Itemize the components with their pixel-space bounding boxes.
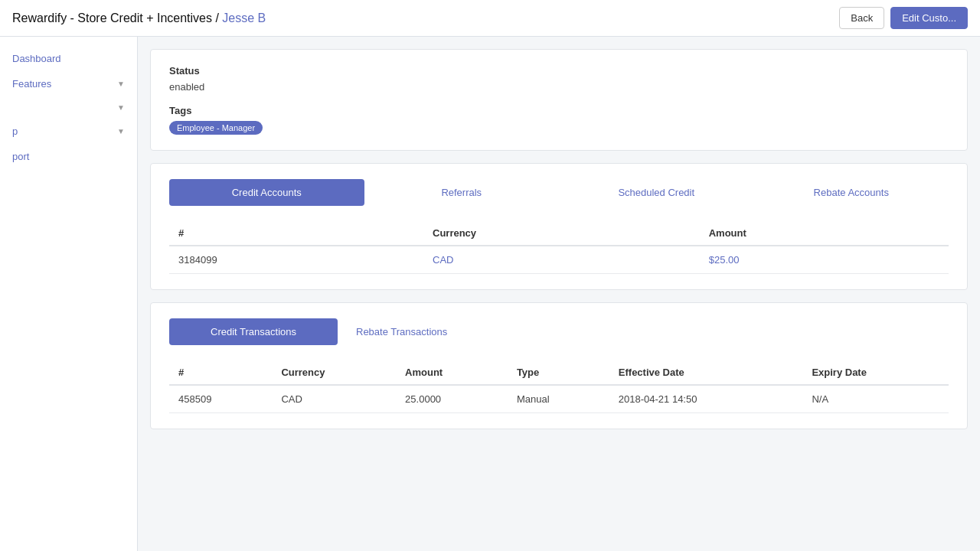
col-header-id: # xyxy=(169,221,423,246)
col-header-amount: Amount xyxy=(700,221,949,246)
credit-accounts-table-header: # Currency Amount xyxy=(169,221,949,246)
cell-type: Manual xyxy=(508,385,609,413)
table-header-row: # Currency Amount xyxy=(169,221,949,246)
edit-customer-button[interactable]: Edit Custo... xyxy=(890,7,968,29)
chevron-down-icon: ▼ xyxy=(117,127,125,135)
credit-transactions-card: Credit Transactions Rebate Transactions … xyxy=(150,302,968,429)
tab-credit-transactions[interactable]: Credit Transactions xyxy=(169,318,338,345)
sidebar-item-label: Features xyxy=(12,78,51,90)
tab-referrals[interactable]: Referrals xyxy=(364,179,560,206)
cell-effective-date: 2018-04-21 14:50 xyxy=(609,385,803,413)
sidebar-item-label: p xyxy=(12,126,18,137)
transactions-tabs: Credit Transactions Rebate Transactions xyxy=(169,318,949,345)
sidebar: Dashboard Features ▼ ▼ p ▼ port xyxy=(0,37,138,551)
col-header-currency: Currency xyxy=(423,221,700,246)
transactions-table-header: # Currency Amount Type Effective Date Ex… xyxy=(169,360,949,385)
customer-name: Jesse B xyxy=(222,11,266,24)
col-header-id: # xyxy=(169,360,272,385)
cell-amount[interactable]: $25.00 xyxy=(700,246,949,274)
tags-container: Employee - Manager xyxy=(169,121,949,135)
cell-id: 3184099 xyxy=(169,246,423,274)
layout: Dashboard Features ▼ ▼ p ▼ port Status e… xyxy=(0,37,980,551)
col-header-amount: Amount xyxy=(396,360,508,385)
page-title: Rewardify - Store Credit + Incentives / … xyxy=(12,11,266,25)
tags-label: Tags xyxy=(169,105,949,116)
sidebar-item-label: port xyxy=(12,151,29,162)
cell-expiry-date: N/A xyxy=(802,385,949,413)
transactions-table: # Currency Amount Type Effective Date Ex… xyxy=(169,360,949,413)
table-row: 458509 CAD 25.0000 Manual 2018-04-21 14:… xyxy=(169,385,949,413)
sidebar-item-port[interactable]: port xyxy=(0,144,137,169)
status-value: enabled xyxy=(169,81,949,93)
table-header-row: # Currency Amount Type Effective Date Ex… xyxy=(169,360,949,385)
credit-accounts-tabs: Credit Accounts Referrals Scheduled Cred… xyxy=(169,179,949,206)
sidebar-item-label: Dashboard xyxy=(12,53,61,64)
tab-rebate-accounts[interactable]: Rebate Accounts xyxy=(754,179,949,206)
sidebar-item-dashboard[interactable]: Dashboard xyxy=(0,46,137,71)
tab-scheduled-credit[interactable]: Scheduled Credit xyxy=(559,179,754,206)
credit-accounts-table-body: 3184099 CAD $25.00 xyxy=(169,246,949,274)
cell-currency[interactable]: CAD xyxy=(423,246,700,274)
cell-amount: 25.0000 xyxy=(396,385,508,413)
main-content: Status enabled Tags Employee - Manager C… xyxy=(138,37,980,551)
chevron-down-icon: ▼ xyxy=(117,103,125,112)
col-header-expiry-date: Expiry Date xyxy=(802,360,949,385)
table-row: 3184099 CAD $25.00 xyxy=(169,246,949,274)
cell-id: 458509 xyxy=(169,385,272,413)
sidebar-item-2[interactable]: ▼ xyxy=(0,96,137,119)
tab-credit-accounts[interactable]: Credit Accounts xyxy=(169,179,364,206)
customer-status-card: Status enabled Tags Employee - Manager xyxy=(150,49,968,151)
breadcrumb-separator: / xyxy=(215,11,222,24)
status-label: Status xyxy=(169,65,949,77)
cell-currency: CAD xyxy=(272,385,396,413)
chevron-down-icon: ▼ xyxy=(117,80,125,88)
col-header-effective-date: Effective Date xyxy=(609,360,803,385)
tab-rebate-transactions[interactable]: Rebate Transactions xyxy=(338,318,466,345)
back-button[interactable]: Back xyxy=(839,7,884,29)
credit-accounts-card: Credit Accounts Referrals Scheduled Cred… xyxy=(150,163,968,290)
credit-accounts-table: # Currency Amount 3184099 CAD $25.00 xyxy=(169,221,949,274)
sidebar-item-features[interactable]: Features ▼ xyxy=(0,71,137,96)
app-name: Rewardify - Store Credit + Incentives xyxy=(12,11,212,24)
sidebar-item-p[interactable]: p ▼ xyxy=(0,119,137,144)
header-actions: Back Edit Custo... xyxy=(839,7,968,29)
tag-employee-manager: Employee - Manager xyxy=(169,121,263,135)
col-header-type: Type xyxy=(508,360,609,385)
top-header: Rewardify - Store Credit + Incentives / … xyxy=(0,0,980,37)
transactions-table-body: 458509 CAD 25.0000 Manual 2018-04-21 14:… xyxy=(169,385,949,413)
col-header-currency: Currency xyxy=(272,360,396,385)
